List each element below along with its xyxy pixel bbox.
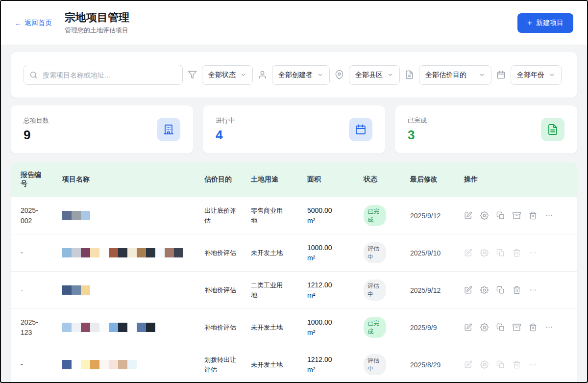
cell-last-modified: 2025/9/12 (410, 206, 464, 226)
district-select[interactable]: 全部县区 (349, 65, 400, 85)
column-header: 操作 (464, 169, 577, 190)
cell-land-use: 未开发土地 (251, 354, 307, 376)
district-select-value: 全部县区 (355, 71, 383, 79)
status-badge: 评估中 (364, 242, 386, 263)
document-icon (405, 70, 414, 79)
cell-report-no: - (21, 242, 62, 263)
stat-card-total-projects: 总项目数 9 (11, 105, 193, 153)
search-box (24, 65, 183, 85)
creator-select[interactable]: 全部创建者 (272, 65, 330, 85)
column-header: 面积 (307, 169, 364, 190)
purpose-select[interactable]: 全部估价目的 (419, 65, 491, 85)
edit-icon[interactable] (464, 323, 472, 332)
calendar-icon (355, 124, 367, 135)
settings-icon[interactable] (480, 323, 489, 332)
chevron-down-icon (240, 72, 246, 78)
back-arrow-icon: ← (15, 19, 22, 27)
stat-card-in-progress: 进行中 4 (203, 105, 385, 153)
archive-icon[interactable] (513, 323, 521, 332)
trash-icon[interactable] (513, 286, 521, 294)
stat-label: 总项目数 (24, 116, 49, 125)
chevron-down-icon (479, 72, 485, 78)
cell-valuation-purpose: 补地价评估 (204, 242, 251, 264)
column-header: 最后修改 (410, 169, 464, 190)
cell-last-modified: 2025/9/12 (410, 281, 464, 300)
cell-actions (464, 317, 577, 337)
copy-icon (496, 249, 505, 257)
stat-value: 3 (408, 128, 427, 143)
copy-icon (496, 360, 505, 369)
cell-project-name (62, 205, 204, 226)
stat-label: 进行中 (216, 116, 235, 125)
column-header: 报告编号 (21, 165, 62, 194)
settings-icon[interactable] (480, 211, 489, 220)
table-body: 2025-002出让底价评估零售商业用地5000.00 m²已完成2025/9/… (11, 197, 577, 383)
cell-project-name (62, 354, 204, 375)
stats-row: 总项目数 9 进行中 4 已完成 3 (11, 105, 577, 153)
page-subtitle: 管理您的土地评估项目 (65, 26, 505, 35)
cell-area: 1000.00 m² (307, 311, 364, 343)
new-project-label: 新建项目 (536, 19, 564, 27)
cell-area: 1212.00 m² (307, 274, 364, 306)
more-icon[interactable] (545, 323, 553, 332)
cell-report-no: - (21, 354, 62, 375)
cell-actions (464, 205, 577, 226)
cell-last-modified: 2025/8/29 (410, 355, 464, 375)
cell-status: 已完成 (364, 199, 410, 231)
column-header: 土地用途 (251, 169, 307, 190)
cell-actions (464, 355, 577, 375)
more-icon (529, 360, 537, 369)
column-header: 估价目的 (204, 169, 251, 190)
redacted-project-name (62, 323, 193, 332)
new-project-button[interactable]: + 新建项目 (517, 13, 573, 33)
cell-status: 评估中 (364, 236, 410, 269)
projects-table: 报告编号项目名称估价目的土地用途面积状态最后修改操作 2025-002出让底价评… (11, 162, 577, 383)
cell-valuation-purpose: 划拨转出让评估 (204, 349, 251, 380)
cell-report-no: - (21, 279, 62, 301)
redacted-project-name (62, 211, 193, 220)
status-badge: 评估中 (364, 280, 386, 300)
trash-icon[interactable] (529, 323, 537, 332)
column-header: 状态 (364, 169, 410, 190)
title-block: 宗地项目管理 管理您的土地评估项目 (65, 11, 505, 35)
stat-label: 已完成 (408, 116, 427, 125)
trash-icon[interactable] (529, 211, 537, 220)
map-pin-icon (335, 70, 344, 79)
cell-actions (464, 243, 577, 263)
creator-select-value: 全部创建者 (278, 71, 313, 79)
more-icon (529, 249, 537, 257)
table-header-row: 报告编号项目名称估价目的土地用途面积状态最后修改操作 (11, 162, 577, 197)
redacted-project-name (62, 248, 193, 257)
purpose-select-value: 全部估价目的 (425, 71, 466, 79)
archive-icon[interactable] (513, 211, 521, 220)
cell-project-name (62, 242, 204, 263)
more-icon[interactable] (529, 286, 537, 294)
edit-icon[interactable] (464, 286, 472, 294)
status-select[interactable]: 全部状态 (202, 65, 253, 85)
settings-icon[interactable] (480, 286, 489, 294)
more-icon[interactable] (545, 211, 553, 220)
back-home-link[interactable]: ← 返回首页 (15, 19, 52, 27)
cell-land-use: 未开发土地 (251, 242, 307, 264)
edit-icon[interactable] (464, 211, 472, 220)
table-row: 2025-123补地价评估未开发土地1000.00 m²已完成2025/9/9 (11, 308, 577, 346)
page-title: 宗地项目管理 (65, 11, 505, 25)
column-header: 项目名称 (62, 169, 204, 190)
chevron-down-icon (387, 72, 393, 78)
stat-value: 9 (24, 128, 49, 143)
year-select[interactable]: 全部年份 (511, 65, 562, 85)
search-input[interactable] (24, 65, 183, 85)
user-icon (258, 70, 267, 79)
copy-icon[interactable] (496, 286, 505, 294)
cell-project-name (62, 317, 204, 338)
row-actions (464, 249, 565, 257)
plus-icon: + (527, 19, 532, 27)
stat-value: 4 (216, 128, 235, 143)
trash-icon (513, 360, 521, 369)
cell-status: 已完成 (364, 311, 410, 343)
status-badge: 已完成 (364, 317, 386, 337)
table-row: -划拨转出让评估未开发土地1212.00 m²评估中2025/8/29 (11, 346, 577, 383)
copy-icon[interactable] (496, 211, 505, 220)
row-actions (464, 360, 565, 369)
copy-icon[interactable] (496, 323, 505, 332)
